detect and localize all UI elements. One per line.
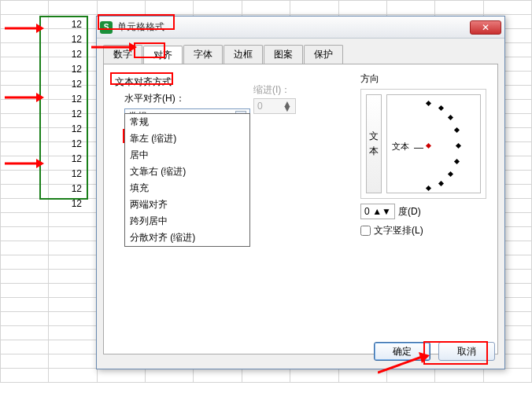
vertical-text-button[interactable]: 文 本 [366, 94, 382, 193]
align-option-left[interactable]: 靠左 (缩进) [125, 130, 249, 147]
app-icon: S [100, 21, 113, 34]
align-option-center-across[interactable]: 跨列居中 [125, 213, 249, 230]
direction-frame: 文 本 文本 — [360, 89, 486, 199]
ok-button[interactable]: 确定 [374, 342, 430, 361]
cell-value[interactable]: 12 [39, 183, 87, 194]
align-option-right[interactable]: 文靠右 (缩进) [125, 163, 249, 180]
degree-spinner[interactable]: 0 ▲▼ [360, 204, 395, 219]
direction-group: 方向 文 本 文本 — [360, 69, 486, 237]
tab-pattern[interactable]: 图案 [264, 45, 303, 64]
dial-handle-icon [426, 143, 431, 149]
cell-value[interactable]: 12 [39, 198, 87, 209]
cell-value[interactable]: 12 [39, 153, 87, 164]
degree-value: 0 [364, 206, 370, 217]
dial-line: — [414, 142, 423, 153]
cell-value[interactable]: 12 [39, 108, 87, 119]
cell-value[interactable]: 12 [39, 94, 87, 105]
indent-group: 缩进(I)： 0 ▲▼ [253, 83, 296, 114]
vertical-text-checkbox[interactable]: 文字竖排(L) [360, 224, 486, 237]
cell-value[interactable]: 12 [39, 138, 87, 149]
tab-align[interactable]: 对齐 [143, 46, 183, 64]
dial-text-label: 文本 [392, 141, 409, 152]
titlebar[interactable]: S 单元格格式 ✕ [97, 17, 504, 39]
tab-font[interactable]: 字体 [183, 45, 223, 64]
horizontal-align-dropdown: 常规 靠左 (缩进) 居中 文靠右 (缩进) 填充 两端对齐 跨列居中 分散对齐… [124, 113, 250, 247]
direction-label: 方向 [360, 72, 486, 86]
cell-format-dialog: S 单元格格式 ✕ 数字 对齐 字体 边框 图案 保护 文本对齐方式 水平对齐(… [96, 16, 505, 369]
vertical-text-input[interactable] [360, 226, 371, 236]
cell-value[interactable]: 12 [39, 34, 87, 45]
window-title: 单元格格式 [117, 20, 470, 34]
cancel-button[interactable]: 取消 [438, 342, 495, 361]
indent-label: 缩进(I)： [253, 83, 296, 97]
tab-number[interactable]: 数字 [103, 45, 142, 64]
spinner-buttons: ▲▼ [372, 206, 391, 217]
cell-value[interactable]: 12 [39, 19, 87, 30]
cell-value[interactable]: 12 [39, 168, 87, 179]
orientation-dial[interactable]: 文本 — [386, 94, 481, 193]
align-option-center[interactable]: 居中 [125, 147, 249, 163]
indent-spinner: 0 ▲▼ [253, 98, 296, 114]
align-option-justify[interactable]: 两端对齐 [125, 196, 249, 213]
cell-value[interactable]: 12 [39, 49, 87, 60]
tab-bar: 数字 对齐 字体 边框 图案 保护 [97, 39, 504, 64]
dialog-buttons: 确定 取消 [374, 342, 495, 361]
cell-value[interactable]: 12 [39, 123, 87, 134]
align-option-distributed[interactable]: 分散对齐 (缩进) [125, 230, 249, 246]
tab-border[interactable]: 边框 [224, 45, 263, 64]
align-option-general[interactable]: 常规 [125, 114, 249, 130]
close-button[interactable]: ✕ [470, 20, 501, 35]
cell-value[interactable]: 12 [39, 64, 87, 75]
tab-protect[interactable]: 保护 [304, 45, 343, 64]
degree-label: 度(D) [398, 205, 421, 219]
tab-panel-align: 文本对齐方式 水平对齐(H)： 常规 ▼ 缩进(I)： 0 ▲▼ 常规 靠左 (… [103, 64, 498, 354]
close-icon: ✕ [482, 22, 490, 33]
spinner-buttons: ▲▼ [283, 101, 292, 111]
cell-value[interactable]: 12 [39, 79, 87, 90]
indent-value: 0 [257, 101, 263, 112]
align-option-fill[interactable]: 填充 [125, 180, 249, 196]
